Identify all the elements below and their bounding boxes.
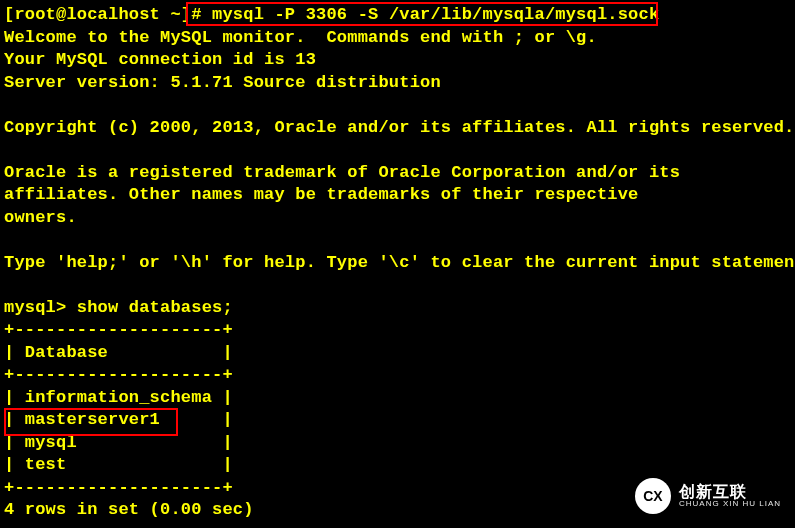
terminal-output[interactable]: [root@localhost ~]# mysql -P 3306 -S /va… <box>0 0 795 526</box>
watermark: CX 创新互联 CHUANG XIN HU LIAN <box>635 478 781 514</box>
table-border: +--------------------+ <box>4 478 233 497</box>
banner-line: Welcome to the MySQL monitor. Commands e… <box>4 28 597 47</box>
table-border: +--------------------+ <box>4 320 233 339</box>
table-border: +--------------------+ <box>4 365 233 384</box>
table-row: | test | <box>4 455 233 474</box>
watermark-logo-icon: CX <box>635 478 671 514</box>
banner-line: Oracle is a registered trademark of Orac… <box>4 163 680 182</box>
banner-line: owners. <box>4 208 77 227</box>
table-row: | information_schema | <box>4 388 233 407</box>
result-summary: 4 rows in set (0.00 sec) <box>4 500 254 519</box>
mysql-prompt: mysql> <box>4 298 77 317</box>
table-row: | mysql | <box>4 433 233 452</box>
table-row: | masterserver1 | <box>4 410 233 429</box>
table-header: | Database | <box>4 343 233 362</box>
watermark-subtitle: CHUANG XIN HU LIAN <box>679 500 781 509</box>
banner-line: Server version: 5.1.71 Source distributi… <box>4 73 441 92</box>
banner-line: Your MySQL connection id is 13 <box>4 50 316 69</box>
mysql-connect-command: mysql -P 3306 -S /var/lib/mysqla/mysql.s… <box>212 5 659 24</box>
show-databases-command: show databases; <box>77 298 233 317</box>
banner-line: Type 'help;' or '\h' for help. Type '\c'… <box>4 253 795 272</box>
banner-line: affiliates. Other names may be trademark… <box>4 185 639 204</box>
banner-line: Copyright (c) 2000, 2013, Oracle and/or … <box>4 118 795 137</box>
watermark-title: 创新互联 <box>679 483 781 501</box>
shell-prompt: [root@localhost ~]# <box>4 5 212 24</box>
